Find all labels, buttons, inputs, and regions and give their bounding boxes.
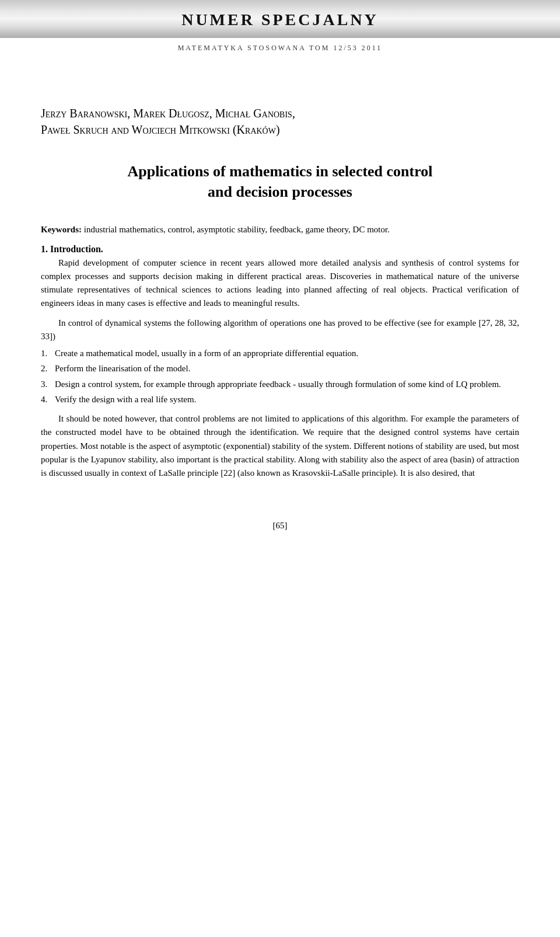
- numbered-list: 1. Create a mathematical model, usually …: [41, 347, 519, 406]
- list-item: 1. Create a mathematical model, usually …: [41, 347, 519, 360]
- list-content-3: Design a control system, for example thr…: [55, 378, 519, 391]
- page: NUMER SPECJALNY MATEMATYKA STOSOWANA TOM…: [0, 0, 560, 937]
- subheader-text: MATEMATYKA STOSOWANA TOM 12/53 2011: [0, 38, 560, 53]
- banner-title: NUMER SPECJALNY: [0, 11, 560, 29]
- section1-paragraph2: In control of dynamical systems the foll…: [41, 316, 519, 344]
- page-number: [65]: [0, 521, 560, 531]
- list-item: 2. Perform the linearisation of the mode…: [41, 362, 519, 375]
- authors-line1: Jerzy Baranowski, Marek Długosz, Michał …: [41, 105, 519, 121]
- header-banner: NUMER SPECJALNY: [0, 0, 560, 38]
- section1-paragraph1: Rapid development of computer science in…: [41, 256, 519, 311]
- authors-section: Jerzy Baranowski, Marek Długosz, Michał …: [41, 105, 519, 138]
- section1: 1. Introduction. Rapid development of co…: [41, 242, 519, 480]
- title-line1: Applications of mathematics in selected …: [41, 161, 519, 182]
- list-item: 4. Verify the design with a real life sy…: [41, 393, 519, 406]
- title-line2: and decision processes: [41, 182, 519, 202]
- keywords-label: Keywords:: [41, 225, 82, 234]
- list-num-3: 3.: [41, 378, 51, 391]
- list-num-4: 4.: [41, 393, 51, 406]
- list-item: 3. Design a control system, for example …: [41, 378, 519, 391]
- keywords-section: Keywords: industrial mathematics, contro…: [41, 223, 519, 236]
- list-content-1: Create a mathematical model, usually in …: [55, 347, 519, 360]
- list-content-2: Perform the linearisation of the model.: [55, 362, 519, 375]
- article-title: Applications of mathematics in selected …: [41, 161, 519, 202]
- list-num-2: 2.: [41, 362, 51, 375]
- section-heading: 1. Introduction.: [41, 242, 519, 256]
- keywords-text: industrial mathematics, control, asympto…: [82, 225, 390, 234]
- authors-line2: Paweł Skruch and Wojciech Mitkowski (Kra…: [41, 121, 519, 138]
- section1-paragraph3: It should be noted however, that control…: [41, 412, 519, 480]
- list-num-1: 1.: [41, 347, 51, 360]
- list-content-4: Verify the design with a real life syste…: [55, 393, 519, 406]
- content-area: Jerzy Baranowski, Marek Długosz, Michał …: [0, 53, 560, 503]
